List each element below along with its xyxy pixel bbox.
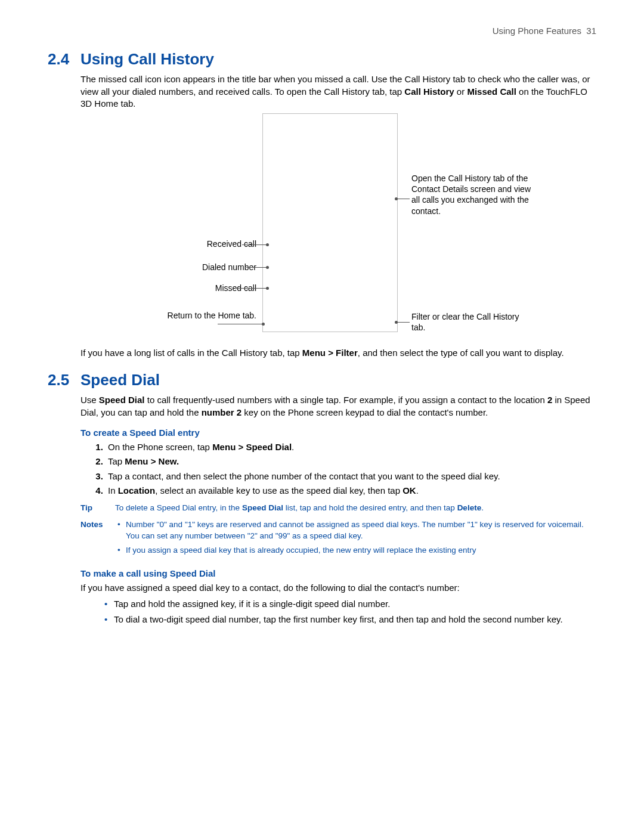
tip-row: Tip To delete a Speed Dial entry, in the… <box>80 503 596 513</box>
make-call-bullets: Tap and hold the assigned key, if it is … <box>104 598 596 626</box>
section-number: 2.5 <box>48 370 80 391</box>
leader-line <box>246 267 267 268</box>
section-2-5: 2.5 Speed Dial Use Speed Dial to call fr… <box>48 370 596 625</box>
filter-paragraph: If you have a long list of calls in the … <box>80 347 596 359</box>
leader-line <box>218 324 263 324</box>
notes-label: Notes <box>80 519 107 559</box>
make-call-intro: If you have assigned a speed dial key to… <box>80 582 596 594</box>
bullet-2: To dial a two-digit speed dial number, t… <box>104 614 596 625</box>
section-title: Using Call History <box>80 49 214 70</box>
page-header: Using Phone Features 31 <box>48 25 596 37</box>
note-2: If you assign a speed dial key that is a… <box>117 545 596 556</box>
notes-row: Notes Number "0" and "1" keys are reserv… <box>80 519 596 559</box>
callout-return-home: Return to the Home tab. <box>149 310 256 321</box>
callout-received: Received call <box>149 239 256 249</box>
leader-line <box>235 288 267 289</box>
subhead-create-entry: To create a Speed Dial entry <box>80 427 596 439</box>
step-2: Tap Menu > New. <box>106 456 596 467</box>
note-1: Number "0" and "1" keys are reserved and… <box>117 519 596 541</box>
step-4: In Location, select an available key to … <box>106 485 596 497</box>
section-2-4: 2.4 Using Call History The missed call i… <box>48 49 596 359</box>
intro-paragraph: The missed call icon icon appears in the… <box>80 73 596 110</box>
tip-text: To delete a Speed Dial entry, in the Spe… <box>115 503 484 513</box>
callout-open-history: Open the Call History tab of the Contact… <box>411 173 531 216</box>
step-1: On the Phone screen, tap Menu > Speed Di… <box>106 441 596 453</box>
leader-line <box>397 322 410 323</box>
callout-filter: Filter or clear the Call History tab. <box>411 311 531 333</box>
create-entry-steps: On the Phone screen, tap Menu > Speed Di… <box>80 441 596 497</box>
section-title: Speed Dial <box>80 370 160 391</box>
page-number: 31 <box>586 26 596 36</box>
phone-screenshot-placeholder <box>262 113 398 332</box>
step-3: Tap a contact, and then select the phone… <box>106 470 596 482</box>
subhead-make-call: To make a call using Speed Dial <box>80 568 596 580</box>
tip-label: Tip <box>80 503 104 513</box>
leader-line <box>397 199 410 199</box>
speed-dial-intro: Use Speed Dial to call frequently-used n… <box>80 394 596 419</box>
bullet-1: Tap and hold the assigned key, if it is … <box>104 598 596 610</box>
section-number: 2.4 <box>48 49 80 70</box>
chapter-name: Using Phone Features <box>493 26 581 36</box>
call-history-figure: Received call Dialed number Missed call … <box>80 113 596 346</box>
callout-dialed: Dialed number <box>149 262 256 272</box>
leader-line <box>242 244 267 245</box>
